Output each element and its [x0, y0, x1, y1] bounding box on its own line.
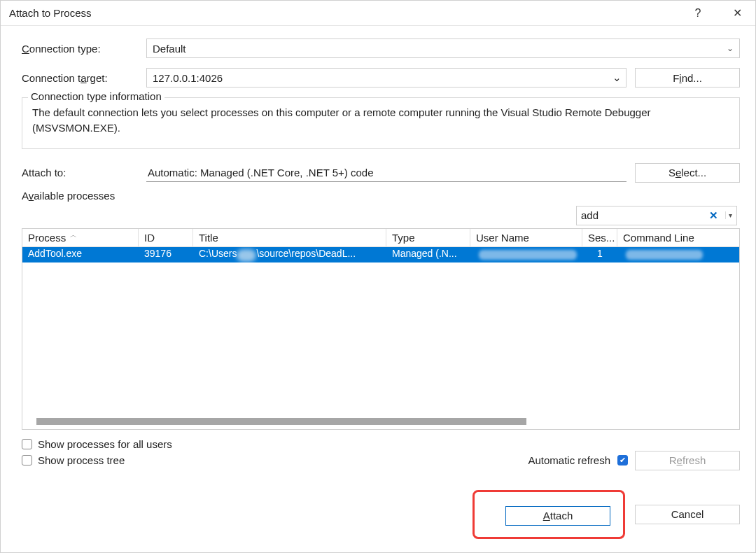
checkbox-icon: [22, 439, 32, 449]
cell-id: 39176: [139, 247, 193, 262]
filter-row: add ✕ ▾: [22, 206, 740, 225]
horizontal-scrollbar[interactable]: [36, 418, 526, 425]
sort-asc-icon: ︿: [70, 230, 77, 240]
connection-target-value: 127.0.0.1:4026: [153, 72, 223, 84]
cell-type: Managed (.N...: [386, 247, 470, 262]
window-controls: ? ✕: [687, 6, 748, 20]
attach-highlight-box: Attach: [472, 490, 625, 539]
cell-ses: 1: [582, 247, 617, 262]
auto-refresh-checkbox[interactable]: ✔: [617, 455, 628, 465]
redacted-user: [479, 250, 577, 260]
help-icon[interactable]: ?: [687, 7, 709, 20]
chevron-down-icon: ⌄: [727, 43, 734, 53]
connection-target-label: Connection target:: [22, 72, 146, 84]
attach-to-process-dialog: Attach to Process ? ✕ Connection type: D…: [0, 0, 756, 553]
connection-target-input[interactable]: 127.0.0.1:4026 ⌄: [146, 68, 626, 88]
attach-to-value: Automatic: Managed (.NET Core, .NET 5+) …: [146, 164, 626, 182]
attach-to-label: Attach to:: [22, 167, 146, 178]
table-row[interactable]: AddTool.exe 39176 C:\Users\source\repos\…: [22, 247, 739, 262]
connection-target-row: Connection target: 127.0.0.1:4026 ⌄ Find…: [22, 68, 740, 88]
find-button[interactable]: Find...: [635, 68, 740, 88]
connection-info-text: The default connection lets you select p…: [32, 105, 729, 136]
cell-title: C:\Users\source\repos\DeadL...: [193, 247, 386, 262]
auto-refresh-label: Automatic refresh: [528, 454, 610, 466]
cell-process: AddTool.exe: [22, 247, 139, 262]
process-grid[interactable]: Process︿ ID Title Type User Name Ses... …: [22, 228, 740, 430]
col-process[interactable]: Process︿: [22, 229, 139, 246]
cell-cmd: [617, 247, 739, 262]
connection-type-combo[interactable]: Default ⌄: [146, 38, 740, 58]
connection-type-label: Connection type:: [22, 43, 146, 55]
chevron-down-icon: ⌄: [612, 71, 622, 84]
col-type[interactable]: Type: [386, 229, 470, 246]
col-title[interactable]: Title: [193, 229, 386, 246]
dialog-footer: Attach Cancel: [1, 477, 755, 552]
clear-filter-icon[interactable]: ✕: [706, 209, 721, 222]
select-button[interactable]: Select...: [635, 163, 740, 183]
connection-type-info: Connection type information The default …: [22, 97, 740, 149]
connection-info-legend: Connection type information: [28, 90, 164, 102]
show-all-users-checkbox[interactable]: Show processes for all users: [22, 438, 740, 450]
refresh-button[interactable]: Refresh: [635, 451, 740, 470]
filter-input[interactable]: add ✕ ▾: [576, 206, 737, 225]
col-cmd[interactable]: Command Line: [617, 229, 739, 246]
col-user[interactable]: User Name: [470, 229, 582, 246]
connection-type-value: Default: [153, 43, 186, 55]
grid-header: Process︿ ID Title Type User Name Ses... …: [22, 229, 739, 247]
filter-value: add: [581, 209, 702, 221]
connection-type-row: Connection type: Default ⌄: [22, 38, 740, 58]
attach-button[interactable]: Attach: [505, 506, 610, 526]
redacted-title: [237, 249, 256, 262]
available-processes-label: Available processes: [22, 190, 740, 202]
window-title: Attach to Process: [9, 7, 92, 19]
col-ses[interactable]: Ses...: [582, 229, 617, 246]
close-icon[interactable]: ✕: [726, 6, 748, 20]
titlebar: Attach to Process ? ✕: [1, 1, 755, 26]
redacted-cmd: [626, 250, 703, 260]
checkbox-icon: [22, 455, 32, 465]
cancel-button[interactable]: Cancel: [635, 505, 740, 524]
cell-user: [470, 247, 582, 262]
filter-dropdown-icon[interactable]: ▾: [725, 211, 732, 219]
available-processes-section: Available processes add ✕ ▾ Process︿ ID …: [22, 190, 740, 470]
attach-to-row: Attach to: Automatic: Managed (.NET Core…: [22, 163, 740, 183]
col-id[interactable]: ID: [139, 229, 193, 246]
